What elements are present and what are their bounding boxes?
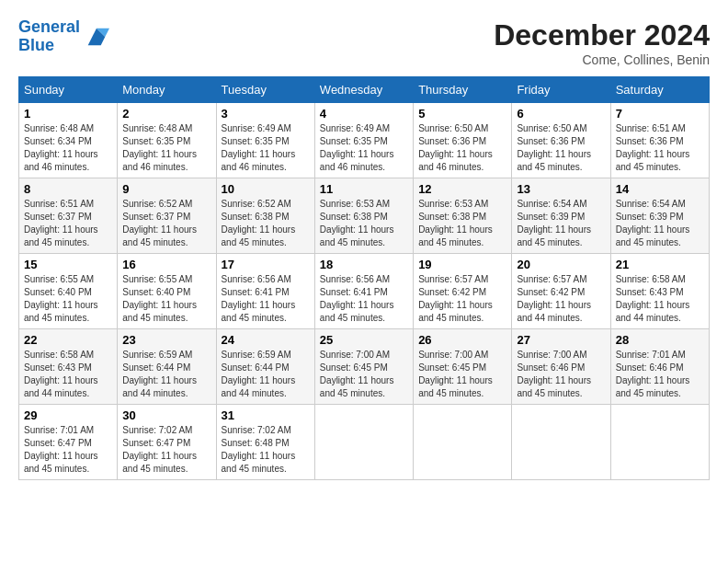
day-detail: Sunrise: 6:54 AM Sunset: 6:39 PM Dayligh… — [616, 198, 704, 249]
day-number: 17 — [222, 258, 310, 271]
day-detail: Sunrise: 7:02 AM Sunset: 6:48 PM Dayligh… — [222, 424, 310, 476]
day-number: 5 — [418, 107, 506, 121]
calendar-week-5: 29Sunrise: 7:01 AM Sunset: 6:47 PM Dayli… — [19, 405, 710, 480]
day-detail: Sunrise: 6:48 AM Sunset: 6:34 PM Dayligh… — [24, 122, 112, 174]
calendar-cell: 11Sunrise: 6:53 AM Sunset: 6:38 PM Dayli… — [314, 178, 413, 254]
day-number: 29 — [24, 408, 112, 422]
day-number: 12 — [418, 182, 506, 196]
col-header-monday: Monday — [118, 77, 216, 103]
day-number: 18 — [320, 258, 408, 271]
logo-text: General Blue — [18, 18, 80, 55]
day-detail: Sunrise: 6:48 AM Sunset: 6:35 PM Dayligh… — [122, 122, 210, 174]
calendar-cell: 2Sunrise: 6:48 AM Sunset: 6:35 PM Daylig… — [118, 103, 216, 178]
day-number: 3 — [222, 107, 310, 121]
day-number: 9 — [122, 182, 210, 196]
calendar-cell: 7Sunrise: 6:51 AM Sunset: 6:36 PM Daylig… — [610, 103, 709, 178]
day-number: 24 — [222, 333, 310, 347]
calendar-cell: 26Sunrise: 7:00 AM Sunset: 6:45 PM Dayli… — [414, 329, 512, 405]
day-detail: Sunrise: 6:49 AM Sunset: 6:35 PM Dayligh… — [222, 122, 310, 174]
calendar-cell: 23Sunrise: 6:59 AM Sunset: 6:44 PM Dayli… — [118, 329, 216, 405]
day-detail: Sunrise: 6:54 AM Sunset: 6:39 PM Dayligh… — [517, 198, 605, 249]
day-detail: Sunrise: 6:52 AM Sunset: 6:37 PM Dayligh… — [122, 198, 210, 249]
col-header-friday: Friday — [512, 77, 610, 103]
calendar-cell: 24Sunrise: 6:59 AM Sunset: 6:44 PM Dayli… — [216, 329, 314, 405]
page-header: General Blue December 2024 Come, Colline… — [18, 18, 710, 67]
calendar-cell: 6Sunrise: 6:50 AM Sunset: 6:36 PM Daylig… — [512, 103, 610, 178]
calendar-cell: 18Sunrise: 6:56 AM Sunset: 6:41 PM Dayli… — [314, 254, 413, 329]
day-detail: Sunrise: 7:00 AM Sunset: 6:46 PM Dayligh… — [517, 349, 605, 400]
day-detail: Sunrise: 6:55 AM Sunset: 6:40 PM Dayligh… — [24, 273, 112, 325]
day-number: 23 — [122, 333, 210, 347]
day-detail: Sunrise: 6:55 AM Sunset: 6:40 PM Dayligh… — [122, 273, 210, 325]
logo-icon — [84, 24, 109, 50]
day-number: 20 — [517, 258, 605, 271]
day-number: 26 — [418, 333, 506, 347]
day-detail: Sunrise: 6:57 AM Sunset: 6:42 PM Dayligh… — [517, 273, 605, 325]
calendar-cell: 8Sunrise: 6:51 AM Sunset: 6:37 PM Daylig… — [19, 178, 118, 254]
day-number: 19 — [418, 258, 506, 271]
calendar-cell: 4Sunrise: 6:49 AM Sunset: 6:35 PM Daylig… — [314, 103, 413, 178]
day-detail: Sunrise: 6:51 AM Sunset: 6:37 PM Dayligh… — [24, 198, 112, 249]
day-detail: Sunrise: 6:56 AM Sunset: 6:41 PM Dayligh… — [222, 273, 310, 325]
calendar-cell: 9Sunrise: 6:52 AM Sunset: 6:37 PM Daylig… — [118, 178, 216, 254]
day-number: 31 — [222, 408, 310, 422]
title-block: December 2024 Come, Collines, Benin — [494, 18, 710, 67]
day-number: 22 — [24, 333, 112, 347]
day-detail: Sunrise: 6:49 AM Sunset: 6:35 PM Dayligh… — [320, 122, 408, 174]
day-number: 28 — [616, 333, 704, 347]
month-title: December 2024 — [494, 18, 710, 52]
day-number: 10 — [222, 182, 310, 196]
calendar-cell: 1Sunrise: 6:48 AM Sunset: 6:34 PM Daylig… — [19, 103, 118, 178]
calendar-cell: 16Sunrise: 6:55 AM Sunset: 6:40 PM Dayli… — [118, 254, 216, 329]
calendar-cell: 15Sunrise: 6:55 AM Sunset: 6:40 PM Dayli… — [19, 254, 118, 329]
calendar-cell — [512, 405, 610, 480]
header-row: SundayMondayTuesdayWednesdayThursdayFrid… — [19, 77, 710, 103]
day-number: 30 — [122, 408, 210, 422]
day-number: 7 — [616, 107, 704, 121]
day-number: 27 — [517, 333, 605, 347]
day-detail: Sunrise: 6:58 AM Sunset: 6:43 PM Dayligh… — [616, 273, 704, 325]
col-header-sunday: Sunday — [19, 77, 118, 103]
day-number: 1 — [24, 107, 112, 121]
day-number: 25 — [320, 333, 408, 347]
calendar-cell — [414, 405, 512, 480]
calendar-cell: 3Sunrise: 6:49 AM Sunset: 6:35 PM Daylig… — [216, 103, 314, 178]
day-detail: Sunrise: 7:00 AM Sunset: 6:45 PM Dayligh… — [418, 349, 506, 400]
calendar-cell: 20Sunrise: 6:57 AM Sunset: 6:42 PM Dayli… — [512, 254, 610, 329]
day-detail: Sunrise: 6:59 AM Sunset: 6:44 PM Dayligh… — [122, 349, 210, 400]
day-number: 13 — [517, 182, 605, 196]
day-detail: Sunrise: 7:01 AM Sunset: 6:46 PM Dayligh… — [616, 349, 704, 400]
calendar-cell: 13Sunrise: 6:54 AM Sunset: 6:39 PM Dayli… — [512, 178, 610, 254]
calendar-cell: 31Sunrise: 7:02 AM Sunset: 6:48 PM Dayli… — [216, 405, 314, 480]
day-detail: Sunrise: 7:02 AM Sunset: 6:47 PM Dayligh… — [122, 424, 210, 476]
calendar-cell: 21Sunrise: 6:58 AM Sunset: 6:43 PM Dayli… — [610, 254, 709, 329]
day-detail: Sunrise: 6:59 AM Sunset: 6:44 PM Dayligh… — [222, 349, 310, 400]
location: Come, Collines, Benin — [494, 52, 710, 67]
calendar-cell: 22Sunrise: 6:58 AM Sunset: 6:43 PM Dayli… — [19, 329, 118, 405]
day-detail: Sunrise: 6:57 AM Sunset: 6:42 PM Dayligh… — [418, 273, 506, 325]
col-header-thursday: Thursday — [414, 77, 512, 103]
day-detail: Sunrise: 6:52 AM Sunset: 6:38 PM Dayligh… — [222, 198, 310, 249]
day-number: 6 — [517, 107, 605, 121]
calendar-cell — [610, 405, 709, 480]
calendar-cell — [314, 405, 413, 480]
calendar-week-3: 15Sunrise: 6:55 AM Sunset: 6:40 PM Dayli… — [19, 254, 710, 329]
col-header-wednesday: Wednesday — [314, 77, 413, 103]
day-detail: Sunrise: 6:51 AM Sunset: 6:36 PM Dayligh… — [616, 122, 704, 174]
calendar-cell: 25Sunrise: 7:00 AM Sunset: 6:45 PM Dayli… — [314, 329, 413, 405]
day-detail: Sunrise: 7:01 AM Sunset: 6:47 PM Dayligh… — [24, 424, 112, 476]
day-detail: Sunrise: 6:50 AM Sunset: 6:36 PM Dayligh… — [517, 122, 605, 174]
calendar-cell: 28Sunrise: 7:01 AM Sunset: 6:46 PM Dayli… — [610, 329, 709, 405]
day-detail: Sunrise: 6:53 AM Sunset: 6:38 PM Dayligh… — [418, 198, 506, 249]
calendar-table: SundayMondayTuesdayWednesdayThursdayFrid… — [18, 76, 710, 480]
calendar-cell: 29Sunrise: 7:01 AM Sunset: 6:47 PM Dayli… — [19, 405, 118, 480]
day-detail: Sunrise: 7:00 AM Sunset: 6:45 PM Dayligh… — [320, 349, 408, 400]
calendar-cell: 5Sunrise: 6:50 AM Sunset: 6:36 PM Daylig… — [414, 103, 512, 178]
day-detail: Sunrise: 6:56 AM Sunset: 6:41 PM Dayligh… — [320, 273, 408, 325]
day-number: 15 — [24, 258, 112, 271]
calendar-cell: 17Sunrise: 6:56 AM Sunset: 6:41 PM Dayli… — [216, 254, 314, 329]
col-header-saturday: Saturday — [610, 77, 709, 103]
calendar-week-1: 1Sunrise: 6:48 AM Sunset: 6:34 PM Daylig… — [19, 103, 710, 178]
calendar-week-2: 8Sunrise: 6:51 AM Sunset: 6:37 PM Daylig… — [19, 178, 710, 254]
day-detail: Sunrise: 6:58 AM Sunset: 6:43 PM Dayligh… — [24, 349, 112, 400]
